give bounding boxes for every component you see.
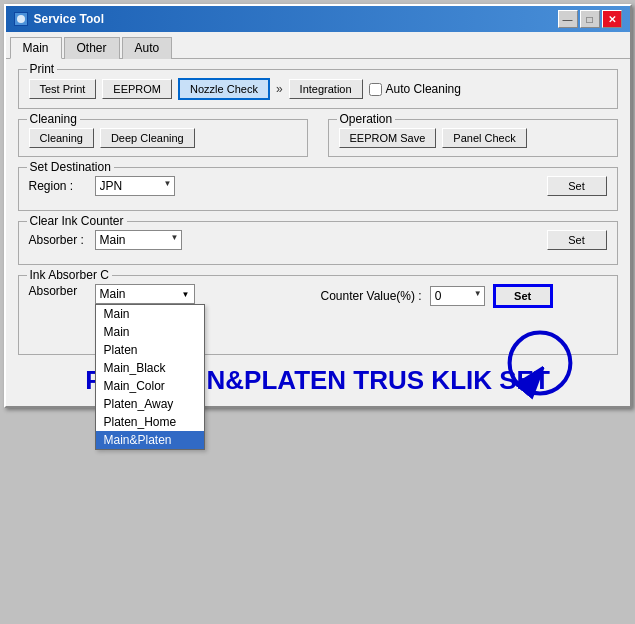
main-window: Service Tool — □ ✕ Main Other Auto Print… — [4, 4, 632, 408]
operation-section: Operation EEPROM Save Panel Check — [328, 119, 618, 157]
clear-ink-counter-label: Clear Ink Counter — [27, 214, 127, 228]
ink-absorber-set-button[interactable]: Set — [493, 284, 553, 308]
dd-item-main-black[interactable]: Main_Black — [96, 359, 204, 377]
cleaning-buttons: Cleaning Deep Cleaning — [29, 128, 297, 148]
ink-absorber-label: Ink Absorber C — [27, 268, 112, 282]
clear-ink-counter-section: Clear Ink Counter Absorber : Main Platen… — [18, 221, 618, 265]
tabs-bar: Main Other Auto — [6, 32, 630, 59]
absorber-label: Absorber : — [29, 233, 89, 247]
auto-cleaning-label[interactable]: Auto Cleaning — [369, 82, 461, 96]
dd-item-platen-home[interactable]: Platen_Home — [96, 413, 204, 431]
tab-main[interactable]: Main — [10, 37, 62, 59]
content-area: Print Test Print EEPROM Nozzle Check » I… — [6, 59, 630, 406]
counter-select[interactable]: 0 10 20 50 100 — [430, 286, 485, 306]
print-section: Print Test Print EEPROM Nozzle Check » I… — [18, 69, 618, 109]
ink-absorber-row: Absorber Main ▼ Main Main Platen Main_Bl… — [29, 284, 607, 308]
region-row: Region : JPN USA EUR Set — [29, 176, 607, 196]
operation-label: Operation — [337, 112, 396, 126]
absorber-select[interactable]: Main Platen Main_Black — [95, 230, 182, 250]
set-destination-label: Set Destination — [27, 160, 114, 174]
region-select[interactable]: JPN USA EUR — [95, 176, 175, 196]
print-buttons: Test Print EEPROM Nozzle Check » Integra… — [29, 78, 607, 100]
dd-item-main1[interactable]: Main — [96, 305, 204, 323]
set-destination-section: Set Destination Region : JPN USA EUR Set — [18, 167, 618, 211]
title-buttons: — □ ✕ — [558, 10, 622, 28]
clear-ink-set-button[interactable]: Set — [547, 230, 607, 250]
eeprom-button[interactable]: EEPROM — [102, 79, 172, 99]
panel-check-button[interactable]: Panel Check — [442, 128, 526, 148]
ink-absorber-section: Ink Absorber C Absorber Main ▼ Main Main… — [18, 275, 618, 355]
absorber-row: Absorber : Main Platen Main_Black Set — [29, 230, 607, 250]
region-label: Region : — [29, 179, 89, 193]
ink-absorber-select[interactable]: Main ▼ — [95, 284, 195, 304]
title-bar: Service Tool — □ ✕ — [6, 6, 630, 32]
integration-button[interactable]: Integration — [289, 79, 363, 99]
region-select-wrapper: JPN USA EUR — [95, 176, 175, 196]
counter-value-row: Counter Value(%) : 0 10 20 50 100 Set — [321, 284, 553, 308]
dd-item-main-color[interactable]: Main_Color — [96, 377, 204, 395]
set-destination-button[interactable]: Set — [547, 176, 607, 196]
test-print-button[interactable]: Test Print — [29, 79, 97, 99]
auto-cleaning-checkbox[interactable] — [369, 83, 382, 96]
counter-select-wrapper: 0 10 20 50 100 — [430, 286, 485, 306]
cleaning-section: Cleaning Cleaning Deep Cleaning — [18, 119, 308, 157]
absorber-select-wrapper: Main Platen Main_Black — [95, 230, 182, 250]
cleaning-label: Cleaning — [27, 112, 80, 126]
tab-other[interactable]: Other — [64, 37, 120, 59]
dd-item-main-platen[interactable]: Main&Platen — [96, 431, 204, 449]
dd-item-main2[interactable]: Main — [96, 323, 204, 341]
minimize-button[interactable]: — — [558, 10, 578, 28]
dd-item-platen-away[interactable]: Platen_Away — [96, 395, 204, 413]
eeprom-save-button[interactable]: EEPROM Save — [339, 128, 437, 148]
tab-auto[interactable]: Auto — [122, 37, 173, 59]
cleaning-button[interactable]: Cleaning — [29, 128, 94, 148]
deep-cleaning-button[interactable]: Deep Cleaning — [100, 128, 195, 148]
nozzle-check-button[interactable]: Nozzle Check — [178, 78, 270, 100]
ink-absorber-field-label: Absorber — [29, 284, 89, 298]
ink-absorber-dropdown-list: Main Main Platen Main_Black Main_Color P… — [95, 304, 205, 450]
ink-absorber-dropdown-wrapper: Main ▼ Main Main Platen Main_Black Main_… — [95, 284, 195, 304]
dropdown-arrow-icon: ▼ — [182, 290, 190, 299]
maximize-button[interactable]: □ — [580, 10, 600, 28]
operation-buttons: EEPROM Save Panel Check — [339, 128, 607, 148]
double-arrow-icon: » — [276, 82, 283, 96]
dd-item-platen[interactable]: Platen — [96, 341, 204, 359]
window-icon — [14, 12, 28, 26]
window-title: Service Tool — [34, 12, 104, 26]
print-label: Print — [27, 62, 58, 76]
auto-cleaning-text: Auto Cleaning — [386, 82, 461, 96]
ink-absorber-selected-value: Main — [100, 287, 126, 301]
svg-point-1 — [17, 15, 25, 23]
close-button[interactable]: ✕ — [602, 10, 622, 28]
counter-label: Counter Value(%) : — [321, 289, 422, 303]
